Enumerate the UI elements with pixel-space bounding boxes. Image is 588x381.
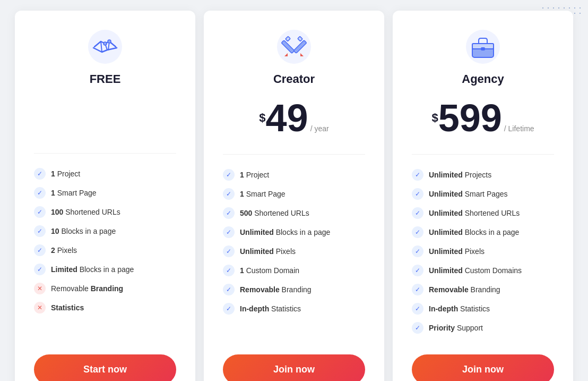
feature-text: 1 Smart Page (51, 189, 97, 197)
check-icon: ✓ (223, 226, 235, 238)
feature-text: In-depth Statistics (429, 304, 490, 313)
check-icon: ✓ (223, 169, 235, 181)
list-item: ✕Removable Branding (34, 279, 176, 298)
list-item: ✓2 Pixels (34, 241, 176, 260)
free-divider (34, 153, 176, 154)
feature-text: In-depth Statistics (240, 304, 301, 313)
free-price (34, 99, 176, 136)
feature-text: 10 Blocks in a page (51, 227, 116, 235)
list-item: ✓Priority Support (412, 318, 554, 337)
feature-text: 500 Shortened URLs (240, 209, 309, 217)
list-item: ✓1 Project (223, 165, 365, 184)
svg-rect-20 (481, 47, 485, 50)
cross-icon: ✕ (34, 283, 46, 294)
check-icon: ✓ (34, 264, 46, 275)
plan-card-creator: Creator $ 49 / year ✓1 Project✓1 Smart P… (204, 11, 384, 381)
list-item: ✓1 Smart Page (34, 183, 176, 202)
list-item: ✕Statistics (34, 298, 176, 317)
check-icon: ✓ (223, 188, 235, 200)
check-icon: ✓ (34, 244, 46, 256)
cross-icon: ✕ (34, 302, 46, 314)
check-icon: ✓ (412, 188, 423, 200)
list-item: ✓Unlimited Pixels (412, 242, 554, 261)
list-item: ✓Unlimited Shortened URLs (412, 204, 554, 223)
creator-icon (223, 30, 365, 64)
feature-text: Removable Branding (51, 284, 123, 293)
agency-plan-name: Agency (412, 72, 554, 86)
svg-point-9 (103, 42, 107, 45)
check-icon: ✓ (412, 207, 423, 219)
list-item: ✓Unlimited Blocks in a page (412, 223, 554, 242)
check-icon: ✓ (34, 187, 46, 199)
creator-cta-button[interactable]: Join now (223, 354, 365, 381)
feature-text: Unlimited Custom Domains (429, 266, 522, 275)
feature-text: Unlimited Smart Pages (429, 190, 508, 198)
check-icon: ✓ (223, 284, 235, 295)
agency-cta-button[interactable]: Join now (412, 354, 554, 381)
list-item: ✓In-depth Statistics (223, 299, 365, 318)
list-item: ✓Unlimited Pixels (223, 242, 365, 261)
check-icon: ✓ (34, 168, 46, 180)
free-plan-name: FREE (34, 72, 176, 86)
feature-text: 100 Shortened URLs (51, 208, 120, 216)
check-icon: ✓ (412, 303, 423, 315)
list-item: ✓In-depth Statistics (412, 299, 554, 318)
feature-text: Unlimited Pixels (240, 247, 296, 256)
feature-text: Statistics (51, 303, 84, 312)
svg-rect-11 (277, 30, 311, 64)
list-item: ✓Unlimited Custom Domains (412, 261, 554, 280)
svg-point-10 (108, 40, 111, 43)
creator-plan-name: Creator (223, 72, 365, 86)
agency-divider (412, 154, 554, 155)
feature-text: Unlimited Blocks in a page (429, 228, 519, 236)
feature-text: Unlimited Pixels (429, 247, 485, 256)
list-item: ✓Removable Branding (412, 280, 554, 299)
check-icon: ✓ (223, 265, 235, 276)
check-icon: ✓ (412, 322, 423, 334)
creator-divider (223, 154, 365, 155)
agency-price: $ 599 / Lifetime (412, 99, 554, 137)
check-icon: ✓ (412, 226, 423, 238)
check-icon: ✓ (34, 206, 46, 218)
list-item: ✓1 Project (34, 164, 176, 183)
creator-price: $ 49 / year (223, 99, 365, 137)
creator-period: / year (310, 124, 329, 137)
feature-text: 1 Smart Page (240, 190, 286, 198)
check-icon: ✓ (412, 169, 423, 181)
list-item: ✓100 Shortened URLs (34, 202, 176, 222)
feature-text: 1 Project (51, 170, 80, 178)
feature-text: Priority Support (429, 324, 483, 332)
list-item: ✓Unlimited Blocks in a page (223, 223, 365, 242)
list-item: ✓Removable Branding (223, 280, 365, 299)
feature-text: Removable Branding (240, 285, 312, 294)
check-icon: ✓ (412, 265, 423, 276)
pricing-container: FREE✓1 Project✓1 Smart Page✓100 Shortene… (11, 11, 577, 381)
feature-text: 2 Pixels (51, 246, 77, 255)
check-icon: ✓ (34, 225, 46, 237)
check-icon: ✓ (223, 207, 235, 219)
agency-period: / Lifetime (504, 124, 534, 137)
plan-card-free: FREE✓1 Project✓1 Smart Page✓100 Shortene… (15, 11, 195, 381)
free-features-list: ✓1 Project✓1 Smart Page✓100 Shortened UR… (34, 164, 176, 337)
feature-text: 1 Custom Domain (240, 266, 299, 275)
list-item: ✓1 Smart Page (223, 184, 365, 204)
list-item: ✓Unlimited Projects (412, 165, 554, 184)
free-icon (34, 30, 176, 64)
agency-amount: 599 (438, 99, 502, 137)
list-item: ✓Limited Blocks in a page (34, 260, 176, 279)
plan-card-agency: Agency $ 599 / Lifetime ✓Unlimited Proje… (393, 11, 573, 381)
check-icon: ✓ (223, 245, 235, 257)
feature-text: Limited Blocks in a page (51, 265, 134, 274)
list-item: ✓1 Custom Domain (223, 261, 365, 280)
feature-text: Unlimited Shortened URLs (429, 209, 520, 217)
feature-text: 1 Project (240, 171, 269, 179)
check-icon: ✓ (412, 245, 423, 257)
agency-features-list: ✓Unlimited Projects✓Unlimited Smart Page… (412, 165, 554, 337)
creator-amount: 49 (266, 99, 308, 137)
creator-currency: $ (259, 112, 265, 124)
agency-currency: $ (431, 112, 438, 124)
feature-text: Unlimited Blocks in a page (240, 228, 330, 236)
check-icon: ✓ (223, 303, 235, 315)
free-cta-button[interactable]: Start now (34, 354, 176, 381)
check-icon: ✓ (412, 284, 423, 295)
